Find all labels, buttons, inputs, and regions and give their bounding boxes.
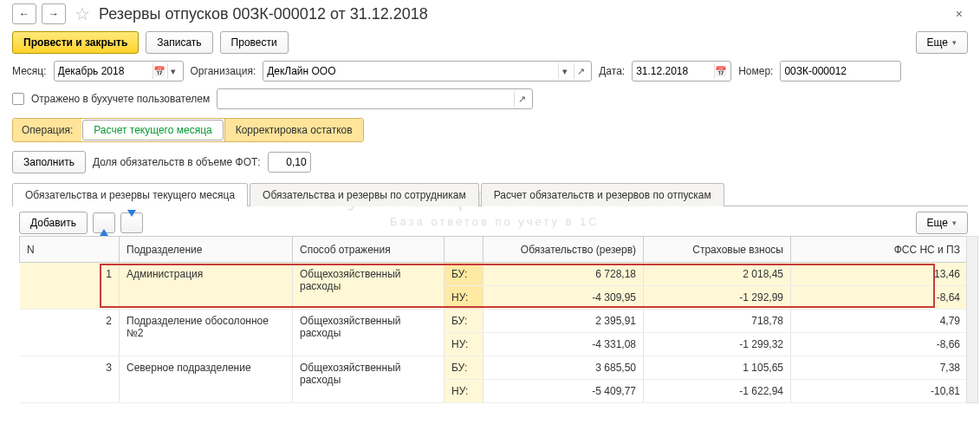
main-tabs: Обязательства и резервы текущего месяца … — [12, 182, 968, 206]
calendar-icon[interactable]: 📅 — [153, 63, 165, 79]
table-header: N Подразделение Способ отражения Обязате… — [20, 237, 968, 263]
open-icon[interactable]: ↗ — [514, 91, 529, 107]
cell-bu-liab: 3 685,50 — [484, 356, 644, 380]
forward-button[interactable]: → — [42, 3, 66, 24]
arrow-left-icon: ← — [19, 8, 29, 20]
operation-tab-correct[interactable]: Корректировка остатков — [224, 119, 363, 141]
cell-dept: Северное подразделение — [120, 356, 293, 403]
share-label: Доля обязательств в объеме ФОТ: — [93, 156, 261, 168]
arrow-up-icon — [100, 217, 108, 229]
cell-dept: Подразделение обосолонное №2 — [120, 310, 293, 356]
cell-bu-label: БУ: — [445, 356, 484, 380]
month-input[interactable]: 📅 ▾ — [54, 61, 184, 82]
cell-dept: Администрация — [120, 263, 293, 310]
cell-bu-liab: 2 395,91 — [484, 310, 644, 333]
post-button[interactable]: Провести — [220, 31, 289, 54]
operation-bar: Операция: Расчет текущего месяца Коррект… — [12, 118, 364, 142]
number-input[interactable] — [780, 61, 901, 82]
cell-bu-fss: 13,46 — [791, 263, 968, 286]
close-icon[interactable]: × — [951, 7, 968, 21]
cell-nu-liab: -5 409,77 — [484, 380, 644, 403]
cell-bu-fss: 4,79 — [791, 310, 968, 333]
operation-tab-current[interactable]: Расчет текущего месяца — [82, 120, 223, 140]
share-input[interactable] — [268, 152, 311, 173]
add-button[interactable]: Добавить — [19, 212, 88, 234]
move-up-button[interactable] — [93, 212, 115, 233]
cell-bu-ins: 1 105,65 — [644, 356, 791, 380]
reflected-input[interactable]: ↗ — [217, 88, 533, 109]
calendar-icon[interactable]: 📅 — [714, 63, 727, 79]
org-input[interactable]: ▾ ↗ — [263, 61, 592, 82]
data-table: N Подразделение Способ отражения Обязате… — [19, 236, 968, 403]
cell-method: Общехозяйственный расходы — [293, 310, 445, 356]
col-dept[interactable]: Подразделение — [120, 237, 293, 263]
vertical-scrollbar[interactable] — [966, 236, 978, 403]
cell-nu-label: НУ: — [445, 333, 484, 356]
cell-nu-liab: -4 309,95 — [484, 286, 644, 310]
chevron-down-icon[interactable]: ▾ — [558, 63, 572, 79]
cell-nu-fss: -8,66 — [791, 333, 968, 356]
arrow-right-icon: → — [49, 8, 59, 20]
col-ins[interactable]: Страховые взносы — [644, 237, 791, 263]
cell-nu-ins: -1 622,94 — [644, 380, 791, 403]
cell-nu-label: НУ: — [445, 286, 484, 310]
number-label: Номер: — [738, 65, 773, 77]
cell-nu-label: НУ: — [445, 380, 484, 403]
cell-bu-fss: 7,38 — [791, 356, 968, 380]
date-label: Дата: — [599, 65, 625, 77]
col-method[interactable]: Способ отражения — [293, 237, 445, 263]
fill-button[interactable]: Заполнить — [12, 151, 86, 173]
cell-bu-ins: 2 018,45 — [644, 263, 791, 286]
cell-bu-label: БУ: — [445, 310, 484, 333]
cell-method: Общехозяйственный расходы — [293, 263, 445, 310]
org-label: Организация: — [191, 65, 256, 77]
cell-nu-liab: -4 331,08 — [484, 333, 644, 356]
page-title: Резервы отпусков 00ЗК-000012 от 31.12.20… — [99, 5, 428, 23]
tab-calc[interactable]: Расчет обязательств и резервов по отпуск… — [481, 183, 724, 206]
col-acc[interactable] — [445, 237, 484, 263]
cell-nu-ins: -1 299,32 — [644, 333, 791, 356]
reflected-label: Отражено в бухучете пользователем — [31, 93, 210, 105]
cell-n: 3 — [20, 356, 120, 403]
cell-bu-ins: 718,78 — [644, 310, 791, 333]
cell-method: Общехозяйственный расходы — [293, 356, 445, 403]
arrow-down-icon — [127, 217, 136, 229]
table-row[interactable]: 3Северное подразделениеОбщехозяйственный… — [20, 356, 968, 380]
col-fss[interactable]: ФСС НС и ПЗ — [791, 237, 968, 263]
open-icon[interactable]: ↗ — [574, 63, 587, 79]
more-button[interactable]: Еще — [916, 31, 968, 54]
post-and-close-button[interactable]: Провести и закрыть — [12, 31, 139, 54]
chevron-down-icon[interactable]: ▾ — [167, 63, 179, 79]
write-button[interactable]: Записать — [146, 31, 212, 54]
star-icon[interactable]: ☆ — [75, 3, 90, 24]
cell-nu-ins: -1 292,99 — [644, 286, 791, 310]
cell-nu-fss: -8,64 — [791, 286, 968, 310]
cell-n: 2 — [20, 310, 120, 356]
col-liab[interactable]: Обязательство (резерв) — [484, 237, 644, 263]
tab-current-month[interactable]: Обязательства и резервы текущего месяца — [12, 183, 248, 206]
col-n[interactable]: N — [20, 237, 120, 263]
cell-nu-fss: -10,81 — [791, 380, 968, 403]
cell-bu-label: БУ: — [445, 263, 484, 286]
more-button-table[interactable]: Еще — [916, 212, 968, 234]
back-button[interactable]: ← — [12, 3, 36, 24]
table-row[interactable]: 1АдминистрацияОбщехозяйственный расходыБ… — [20, 263, 968, 286]
month-label: Месяц: — [12, 65, 47, 77]
reflected-checkbox[interactable] — [12, 93, 24, 105]
date-input[interactable]: 📅 — [632, 61, 731, 82]
move-down-button[interactable] — [120, 212, 143, 233]
cell-bu-liab: 6 728,18 — [484, 263, 644, 286]
table-row[interactable]: 2Подразделение обосолонное №2Общехозяйст… — [20, 310, 968, 333]
cell-n: 1 — [20, 263, 120, 310]
tab-by-employees[interactable]: Обязательства и резервы по сотрудникам — [250, 183, 479, 206]
operation-label: Операция: — [13, 119, 81, 141]
